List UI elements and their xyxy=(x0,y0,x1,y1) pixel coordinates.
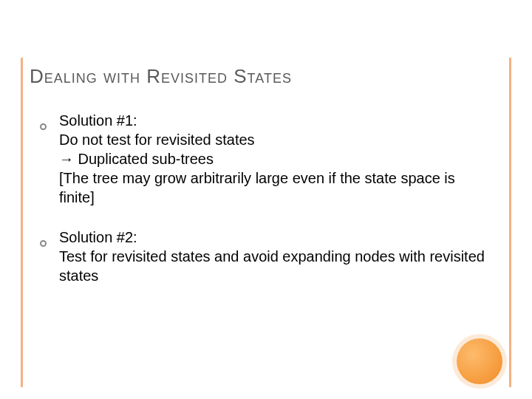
item-body: Solution #1: Do not test for revisited s… xyxy=(55,111,488,207)
content-area: Solution #1: Do not test for revisited s… xyxy=(40,111,488,306)
list-item: Solution #2: Test for revisited states a… xyxy=(40,228,488,285)
bullet-icon xyxy=(40,228,55,285)
solution-line: Test for revisited states and avoid expa… xyxy=(59,248,485,284)
list-item: Solution #1: Do not test for revisited s… xyxy=(40,111,488,207)
solution-heading: Solution #2: xyxy=(59,229,137,245)
solution-line: Duplicated sub-trees xyxy=(74,151,214,167)
item-body: Solution #2: Test for revisited states a… xyxy=(55,228,488,285)
solution-heading: Solution #1: xyxy=(59,112,137,129)
slide-title: Dealing with Revisited States xyxy=(30,65,292,88)
solution-line: Do not test for revisited states xyxy=(59,132,255,148)
accent-circle-icon xyxy=(457,338,502,384)
arrow-icon: → xyxy=(59,151,74,167)
bracket-note: [The tree may grow arbitrarily large eve… xyxy=(59,170,455,205)
bullet-icon xyxy=(40,111,55,207)
